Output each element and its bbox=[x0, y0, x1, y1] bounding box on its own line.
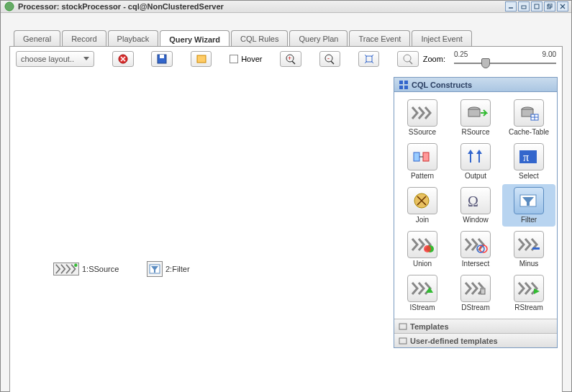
svg-marker-8 bbox=[83, 57, 89, 60]
construct-rstream[interactable]: RStream bbox=[502, 272, 555, 314]
accordion-templates[interactable]: Templates bbox=[394, 319, 557, 333]
svg-rect-59 bbox=[532, 247, 540, 250]
pi-icon: π bbox=[514, 143, 544, 170]
construct-label: Cache-Table bbox=[509, 128, 549, 136]
tab-query-plan[interactable]: Query Plan bbox=[289, 30, 348, 46]
construct-filter[interactable]: Filter bbox=[502, 184, 555, 227]
chev-intersect-icon bbox=[460, 231, 491, 258]
svg-line-16 bbox=[292, 61, 295, 64]
chevrons-icon bbox=[407, 99, 437, 127]
chev-union-icon bbox=[407, 231, 437, 258]
layout-select[interactable]: choose layout.. bbox=[16, 51, 94, 67]
svg-point-56 bbox=[424, 245, 431, 252]
dbgrid-icon bbox=[514, 99, 544, 127]
diagram-canvas[interactable]: 1:SSource 2:Filter bbox=[13, 74, 389, 389]
svg-marker-60 bbox=[426, 287, 433, 293]
delete-button[interactable] bbox=[112, 51, 134, 67]
content-area: General Record Playback Query Wizard CQL… bbox=[1, 13, 571, 392]
palette-header[interactable]: CQL Constructs bbox=[394, 78, 557, 92]
dbarrow-icon bbox=[460, 99, 491, 127]
app-icon bbox=[4, 1, 15, 12]
construct-union[interactable]: Union bbox=[396, 228, 449, 270]
tab-bar: General Record Playback Query Wizard CQL… bbox=[14, 27, 566, 46]
construct-istream[interactable]: IStream bbox=[396, 272, 449, 314]
clear-button[interactable] bbox=[191, 51, 212, 67]
hover-checkbox[interactable]: Hover bbox=[230, 55, 262, 63]
svg-text:+: + bbox=[288, 55, 291, 62]
construct-rsource[interactable]: RSource bbox=[449, 96, 502, 139]
construct-dstream[interactable]: DStream bbox=[449, 272, 502, 314]
close-button[interactable] bbox=[557, 1, 568, 12]
svg-rect-34 bbox=[404, 86, 408, 89]
construct-join[interactable]: Join bbox=[396, 184, 449, 227]
tab-query-wizard[interactable]: Query Wizard bbox=[160, 30, 230, 47]
construct-label: Intersect bbox=[462, 260, 489, 268]
zoom-label: Zoom: bbox=[423, 55, 445, 63]
construct-window[interactable]: Ω Window bbox=[449, 184, 502, 227]
construct-ssource[interactable]: SSource bbox=[396, 96, 449, 139]
checkbox-icon bbox=[230, 55, 238, 63]
tab-trace-event[interactable]: Trace Event bbox=[349, 30, 410, 46]
zoom-max: 9.00 bbox=[543, 50, 556, 58]
svg-rect-21 bbox=[366, 56, 372, 62]
restore-down-button[interactable] bbox=[518, 1, 530, 12]
svg-rect-3 bbox=[535, 4, 539, 9]
svg-text:Ω: Ω bbox=[468, 193, 478, 209]
search-zoom-button[interactable] bbox=[397, 51, 419, 67]
construct-label: RSource bbox=[462, 128, 490, 136]
zoom-in-button[interactable]: + bbox=[280, 51, 301, 67]
construct-minus[interactable]: Minus bbox=[502, 228, 555, 270]
window-buttons bbox=[505, 1, 568, 12]
construct-select[interactable]: π Select bbox=[502, 140, 555, 183]
tab-general[interactable]: General bbox=[14, 30, 60, 46]
svg-marker-48 bbox=[476, 150, 482, 154]
fit-button[interactable] bbox=[358, 51, 380, 67]
cascade-button[interactable] bbox=[544, 1, 555, 12]
svg-rect-64 bbox=[399, 324, 407, 329]
accordion-user-templates[interactable]: User-defined templates bbox=[394, 333, 557, 347]
zoom-slider[interactable] bbox=[454, 58, 556, 68]
construct-pattern[interactable]: Pattern bbox=[396, 140, 449, 183]
zoom-control: 0.25 9.00 bbox=[454, 50, 556, 68]
tab-playback[interactable]: Playback bbox=[108, 30, 159, 46]
svg-rect-33 bbox=[399, 86, 403, 89]
maximize-button[interactable] bbox=[531, 1, 543, 12]
svg-rect-32 bbox=[404, 81, 408, 84]
window-title: Processor: stockProcessor - cql@NonClust… bbox=[18, 2, 505, 11]
construct-output[interactable]: Output bbox=[449, 140, 502, 183]
construct-label: Union bbox=[413, 260, 432, 268]
app-window: Processor: stockProcessor - cql@NonClust… bbox=[0, 0, 572, 392]
construct-label: RStream bbox=[514, 304, 543, 311]
user-templates-icon bbox=[399, 337, 407, 345]
canvas-node-filter[interactable]: 2:Filter bbox=[147, 261, 190, 277]
canvas-node-label: 1:SSource bbox=[82, 265, 119, 273]
svg-rect-36 bbox=[468, 109, 480, 117]
construct-label: Window bbox=[463, 216, 489, 224]
minimize-button[interactable] bbox=[505, 1, 517, 12]
svg-marker-46 bbox=[468, 150, 473, 154]
svg-rect-13 bbox=[160, 55, 164, 58]
construct-intersect[interactable]: Intersect bbox=[449, 228, 502, 270]
tab-record[interactable]: Record bbox=[62, 30, 106, 46]
filter-icon bbox=[514, 187, 544, 214]
construct-label: Pattern bbox=[411, 172, 434, 180]
svg-line-19 bbox=[331, 61, 334, 64]
svg-rect-2 bbox=[522, 6, 526, 9]
filter-icon bbox=[147, 261, 163, 277]
zoom-out-button[interactable]: - bbox=[319, 51, 341, 67]
pattern-icon bbox=[407, 143, 437, 170]
save-button[interactable] bbox=[151, 51, 173, 67]
tab-cql-rules[interactable]: CQL Rules bbox=[231, 30, 288, 46]
canvas-node-label: 2:Filter bbox=[165, 265, 190, 273]
construct-cache-table[interactable]: Cache-Table bbox=[502, 96, 555, 139]
canvas-node-ssource[interactable]: 1:SSource bbox=[53, 263, 119, 275]
chev-minus-icon bbox=[514, 231, 544, 258]
svg-text:-: - bbox=[327, 55, 330, 62]
ssource-icon bbox=[53, 263, 79, 275]
construct-label: DStream bbox=[461, 304, 489, 311]
join-icon bbox=[407, 187, 437, 214]
grid-icon bbox=[399, 80, 409, 90]
tab-inject-event[interactable]: Inject Event bbox=[412, 30, 471, 46]
construct-label: Minus bbox=[519, 260, 539, 268]
svg-point-62 bbox=[481, 288, 485, 290]
